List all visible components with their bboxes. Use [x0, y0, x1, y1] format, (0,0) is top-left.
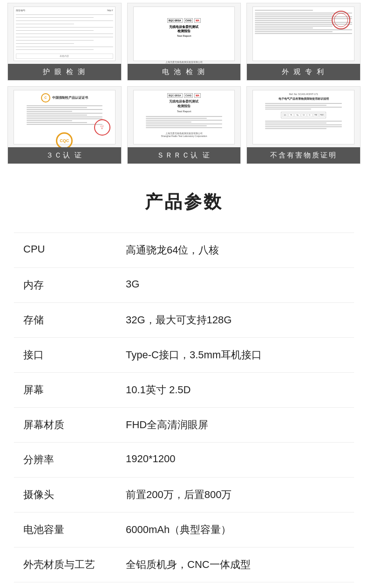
spec-row-camera: 摄像头 前置200万，后置800万 [14, 478, 354, 513]
spec-value-storage: 32G，最大可支持128G [126, 313, 345, 327]
cert-label-rohs: 不含有害物质证明 [247, 147, 360, 164]
spec-row-screen-material: 屏幕材质 FHD全高清润眼屏 [14, 408, 354, 443]
spec-value-resolution: 1920*1200 [126, 453, 345, 465]
cert-image-rohs: Ref. No: SCA01-ROHIT-171 电子电气产品有害物质限制使用标… [247, 87, 360, 147]
spec-value-screen-material: FHD全高清润眼屏 [126, 418, 345, 432]
spec-label-screen: 屏幕 [23, 383, 126, 397]
cert-grid: 报告编号: http:// 表格内容 护 眼 检 测 [0, 0, 368, 167]
cert-image-battery: BQC-SRSA CVAS MA 无线电设备委托测试检测报告Test Repor… [128, 3, 241, 64]
specs-table: CPU 高通骁龙64位，八核 内存 3G 存储 32G，最大可支持128G 接口… [0, 232, 368, 582]
cert-label-battery: 电 池 检 测 [128, 64, 241, 80]
spec-label-ram: 内存 [23, 278, 126, 292]
spec-label-cpu: CPU [23, 243, 126, 255]
spec-row-shell: 外壳材质与工艺 全铝质机身，CNC一体成型 [14, 547, 354, 582]
spec-row-screen: 屏幕 10.1英寸 2.5D [14, 373, 354, 408]
cert-image-3c: C 中国强制性产品认证证书 CQC [8, 87, 121, 147]
spec-value-cpu: 高通骁龙64位，八核 [126, 243, 345, 257]
spec-row-cpu: CPU 高通骁龙64位，八核 [14, 232, 354, 268]
spec-label-screen-material: 屏幕材质 [23, 418, 126, 432]
cert-item-eye: 报告编号: http:// 表格内容 护 眼 检 测 [7, 3, 122, 81]
spec-value-battery: 6000mAh（典型容量） [126, 523, 345, 537]
spec-label-battery: 电池容量 [23, 523, 126, 537]
spec-label-camera: 摄像头 [23, 488, 126, 502]
spec-value-port: Type-C接口，3.5mm耳机接口 [126, 348, 345, 362]
spec-value-camera: 前置200万，后置800万 [126, 488, 345, 502]
cert-image-srrc: BQC-SRSA CVAS MA 无线电设备委托测试检测报告Test Repor… [128, 87, 241, 147]
spec-label-resolution: 分辨率 [23, 453, 126, 467]
cert-image-patent [247, 3, 360, 64]
cert-item-rohs: Ref. No: SCA01-ROHIT-171 电子电气产品有害物质限制使用标… [246, 86, 361, 164]
spec-label-port: 接口 [23, 348, 126, 362]
spec-label-shell: 外壳材质与工艺 [23, 558, 126, 572]
spec-row-port: 接口 Type-C接口，3.5mm耳机接口 [14, 338, 354, 373]
spec-value-shell: 全铝质机身，CNC一体成型 [126, 558, 345, 572]
cert-image-eye: 报告编号: http:// 表格内容 [8, 3, 121, 64]
cert-label-srrc: ＳＲＲＣ认 证 [128, 147, 241, 164]
cert-label-patent: 外 观 专 利 [247, 64, 360, 80]
spec-row-resolution: 分辨率 1920*1200 [14, 443, 354, 478]
cert-item-patent: 外 观 专 利 [246, 3, 361, 81]
spec-label-storage: 存储 [23, 313, 126, 327]
cert-item-srrc: BQC-SRSA CVAS MA 无线电设备委托测试检测报告Test Repor… [127, 86, 241, 164]
cert-label-3c: ３Ｃ认 证 [8, 147, 121, 164]
cert-label-eye: 护 眼 检 测 [8, 64, 121, 80]
cert-item-battery: BQC-SRSA CVAS MA 无线电设备委托测试检测报告Test Repor… [127, 3, 241, 81]
cert-item-3c: C 中国强制性产品认证证书 CQC [7, 86, 122, 164]
spec-value-screen: 10.1英寸 2.5D [126, 383, 345, 397]
spec-row-battery: 电池容量 6000mAh（典型容量） [14, 513, 354, 547]
spec-row-ram: 内存 3G [14, 268, 354, 303]
spec-value-ram: 3G [126, 278, 345, 290]
section-title: 产品参数 [0, 176, 368, 232]
spec-row-storage: 存储 32G，最大可支持128G [14, 303, 354, 338]
